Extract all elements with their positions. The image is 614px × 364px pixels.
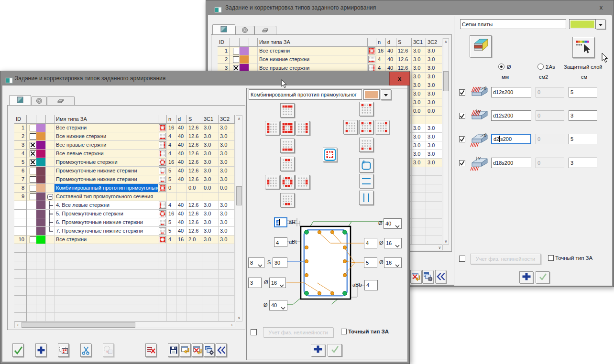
row-checkbox[interactable]	[233, 56, 240, 63]
cut-button[interactable]	[80, 343, 91, 357]
column-header[interactable]: n	[376, 38, 386, 47]
scroll-left-icon[interactable]: ‹	[15, 322, 21, 328]
right-top-dia-select[interactable]: 16	[384, 238, 402, 248]
prototype-name-input[interactable]: Комбинированный прототип прямоугольног	[249, 89, 362, 100]
add-button[interactable]	[35, 343, 46, 357]
scrollbar-thumb[interactable]	[443, 71, 449, 91]
vertical-scrollbar[interactable]: ∧ ∨	[236, 115, 242, 321]
confirm-button[interactable]	[536, 271, 549, 283]
mesh-value-input[interactable]: d18s200	[491, 158, 531, 168]
left-count-input[interactable]: 3	[248, 278, 262, 288]
table-row[interactable]: 5. Промежуточные стержни164012.63.03.0	[14, 210, 235, 218]
table-row[interactable]: 1Все стержни164012.63.03.0	[14, 124, 235, 132]
mesh-checkbox[interactable]	[459, 89, 465, 96]
left-dia-select[interactable]: 16	[269, 278, 286, 288]
proto-corner-left-button[interactable]	[343, 120, 358, 134]
proto-corner-right-button[interactable]	[375, 120, 389, 134]
row-checkbox[interactable]	[30, 236, 36, 243]
color-swatch[interactable]	[569, 19, 596, 29]
proto-v-lines-button[interactable]	[359, 191, 373, 205]
table-row[interactable]	[14, 287, 235, 296]
proto-corners-button[interactable]	[359, 120, 373, 134]
tab-plate-section[interactable]	[47, 96, 75, 106]
table-row[interactable]: 4Все левые стержни44012.63.03.0	[14, 150, 235, 158]
column-header[interactable]: S	[187, 115, 202, 124]
side-count-select[interactable]: 8	[248, 257, 264, 268]
reinforcement-table[interactable]: IDИмя типа ЗАndS3С13С21Все стержни164012…	[14, 115, 235, 321]
table-row[interactable]: 5Промежуточные стержни164012.63.03.0	[14, 158, 235, 167]
scroll-up-icon[interactable]: ∧	[236, 116, 242, 122]
titlebar[interactable]: Задание и корректировка типов заданного …	[0, 71, 409, 86]
paste-button[interactable]	[103, 343, 114, 357]
tree-collapse-icon[interactable]	[46, 193, 55, 201]
spacing-input[interactable]: 30	[273, 257, 287, 268]
add-type-button[interactable]	[311, 344, 325, 356]
proto-mid-bottom-button[interactable]	[280, 193, 295, 207]
row-checkbox[interactable]	[30, 150, 36, 157]
table-row[interactable]	[14, 270, 235, 278]
color-swatch[interactable]	[363, 89, 380, 100]
column-header[interactable]: d	[176, 115, 187, 124]
export-button[interactable]	[192, 343, 203, 357]
mesh-checkbox[interactable]	[459, 160, 465, 166]
delete-rows-button[interactable]	[145, 343, 156, 357]
exact-type-checkbox[interactable]	[548, 255, 554, 261]
proto-left-button[interactable]	[265, 121, 279, 135]
confirm-button[interactable]	[328, 344, 342, 356]
exact-type-checkbox[interactable]	[341, 329, 347, 334]
proto-bottom-button[interactable]	[280, 139, 295, 153]
column-header[interactable]: ID	[218, 38, 230, 47]
add-type-button[interactable]	[519, 271, 533, 283]
bottom-dia-select[interactable]: 40	[269, 300, 287, 310]
table-row[interactable]: 2Все нижние стержни44012.63.03.0	[14, 132, 235, 141]
mesh-area-input[interactable]: 0	[536, 134, 564, 144]
phys-nonlinearity-checkbox[interactable]	[251, 329, 257, 335]
column-header[interactable]: 3С2	[219, 115, 235, 124]
phys-nonlinearity-button[interactable]: Учет физ. нелинейности	[263, 327, 333, 337]
column-header[interactable]	[46, 115, 55, 124]
diameter-radio[interactable]	[498, 64, 504, 70]
row-checkbox[interactable]	[30, 133, 36, 140]
mesh-checkbox[interactable]	[459, 113, 465, 119]
scrollbar-thumb[interactable]	[22, 322, 135, 328]
color-dropdown-button[interactable]	[381, 89, 391, 100]
column-header[interactable]: d	[386, 38, 396, 47]
type-name-input[interactable]: Сетки плиты	[460, 19, 566, 29]
row-checkbox[interactable]	[30, 125, 36, 131]
table-row[interactable]: 1Все стержни164012.63.03.0	[218, 47, 442, 55]
tab-plate-section[interactable]	[254, 26, 276, 35]
tab-rect-section[interactable]	[212, 24, 235, 35]
table-row[interactable]	[14, 296, 235, 304]
table-row[interactable]: 7Промежуточные нижние стержни54012.63.03…	[14, 175, 235, 184]
column-header[interactable]	[158, 115, 167, 124]
proto-selected-button[interactable]	[323, 148, 337, 162]
proto-mid-ring-button[interactable]	[280, 175, 295, 189]
table-row[interactable]: 6. Промежуточные нижние стержни54012.63.…	[14, 218, 235, 227]
mesh-value-input[interactable]: d12s200	[491, 110, 531, 121]
column-header[interactable]: n	[167, 115, 176, 124]
row-checkbox[interactable]	[30, 168, 36, 174]
row-checkbox[interactable]	[30, 193, 36, 200]
table-row[interactable]	[14, 278, 235, 287]
scroll-right-icon[interactable]: ∨	[437, 245, 442, 250]
right-mid-dia-select[interactable]: 16	[384, 257, 402, 268]
phys-nonlinearity-checkbox[interactable]	[459, 256, 465, 262]
column-header[interactable]: S	[396, 38, 412, 47]
area-radio[interactable]	[537, 64, 544, 70]
column-header[interactable]	[27, 115, 36, 124]
close-button[interactable]: x	[389, 72, 410, 86]
proto-mid-right-button[interactable]	[296, 175, 310, 189]
color-dropdown-button[interactable]	[596, 19, 605, 29]
column-header[interactable]: 3С1	[412, 38, 426, 47]
mesh-cover-input[interactable]: 3	[569, 158, 597, 168]
mesh-value-input[interactable]: d2s200	[491, 134, 531, 144]
copy-button[interactable]	[58, 343, 69, 357]
apply-button[interactable]	[12, 343, 23, 357]
mesh-cover-input[interactable]: 3	[569, 110, 597, 121]
proto-corner-top-button[interactable]	[359, 102, 373, 116]
tab-round-section[interactable]	[31, 96, 47, 106]
row-checkbox[interactable]	[30, 185, 36, 192]
titlebar[interactable]: Задание и корректировка типов заданного …	[206, 0, 614, 15]
mesh-area-input[interactable]: 0	[536, 87, 564, 97]
row-checkbox[interactable]	[233, 48, 240, 54]
